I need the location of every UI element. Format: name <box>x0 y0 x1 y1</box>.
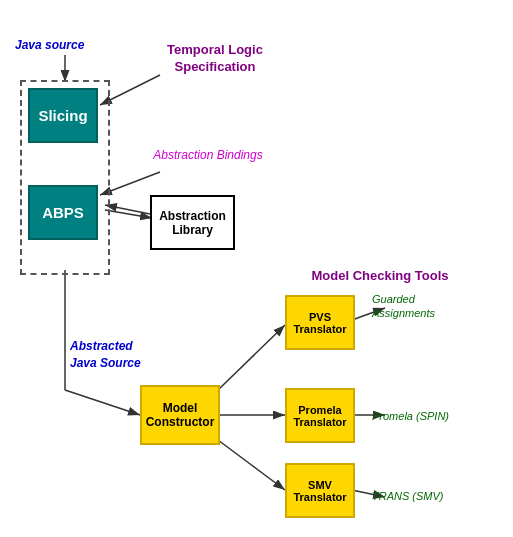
abstraction-bindings-label: Abstraction Bindings <box>148 148 268 164</box>
pvs-translator-box: PVS Translator <box>285 295 355 350</box>
abps-box: ABPS <box>28 185 98 240</box>
svg-line-5 <box>105 205 155 215</box>
svg-line-9 <box>218 325 285 390</box>
slicing-box: Slicing <box>28 88 98 143</box>
svg-line-6 <box>105 210 152 218</box>
temporal-logic-label: Temporal Logic Specification <box>140 42 290 76</box>
guarded-assignments-label: GuardedAssignments <box>372 292 492 321</box>
promela-translator-box: Promela Translator <box>285 388 355 443</box>
architecture-diagram: Java source Slicing ABPS Temporal Logic … <box>0 0 513 537</box>
trans-smv-label: TRANS (SMV) <box>372 490 492 502</box>
smv-translator-box: SMV Translator <box>285 463 355 518</box>
java-source-label: Java source <box>15 38 84 52</box>
abstraction-library-box: Abstraction Library <box>150 195 235 250</box>
abstracted-java-source-label: AbstractedJava Source <box>70 338 141 372</box>
model-checking-tools-label: Model Checking Tools <box>295 268 465 283</box>
promela-spin-label: Promela (SPIN) <box>372 410 492 422</box>
model-constructor-box: Model Constructor <box>140 385 220 445</box>
svg-line-11 <box>218 440 285 490</box>
svg-line-8 <box>65 390 140 415</box>
